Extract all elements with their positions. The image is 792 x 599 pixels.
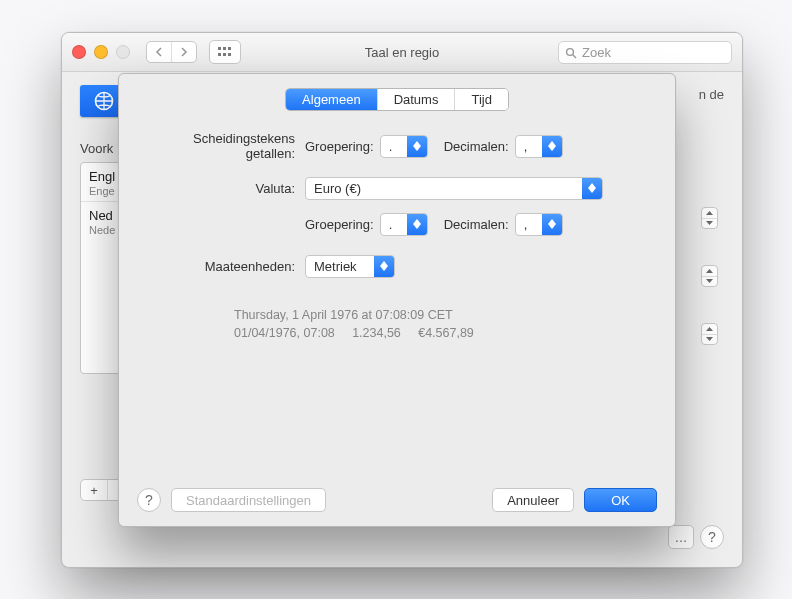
zoom-window-button[interactable] — [116, 45, 130, 59]
window-controls — [72, 45, 130, 59]
preview-line-1: Thursday, 1 April 1976 at 07:08:09 CET — [234, 306, 675, 324]
number-decimals-popup[interactable]: , — [515, 135, 563, 158]
search-field[interactable]: Zoek — [558, 41, 732, 64]
tabs: Algemeen Datums Tijd — [119, 88, 675, 111]
svg-rect-4 — [223, 53, 226, 56]
chevron-updown-icon — [542, 214, 562, 235]
stepper[interactable] — [701, 323, 718, 345]
tab-dates[interactable]: Datums — [377, 89, 455, 110]
sheet-footer: ? Standaardinstellingen Annuleer OK — [119, 488, 675, 512]
svg-rect-2 — [228, 47, 231, 50]
stepper[interactable] — [701, 207, 718, 229]
ok-button[interactable]: OK — [584, 488, 657, 512]
currency-decimals-label: Decimalen: — [444, 217, 509, 232]
units-label: Maateenheden: — [145, 259, 295, 274]
back-button[interactable] — [147, 42, 171, 62]
units-popup[interactable]: Metriek — [305, 255, 395, 278]
tab-time[interactable]: Tijd — [454, 89, 507, 110]
number-grouping-popup[interactable]: . — [380, 135, 428, 158]
search-icon — [565, 47, 577, 59]
cancel-button[interactable]: Annuleer — [492, 488, 574, 512]
form-area: Scheidingstekens getallen: Groepering: .… — [119, 134, 675, 290]
chevron-updown-icon — [407, 136, 427, 157]
titlebar: Taal en regio Zoek — [62, 33, 742, 72]
currency-popup[interactable]: Euro (€) — [305, 177, 603, 200]
chevron-updown-icon — [407, 214, 427, 235]
nav-back-forward — [146, 41, 197, 63]
decimals-label: Decimalen: — [444, 139, 509, 154]
add-button[interactable]: + — [81, 480, 107, 500]
svg-rect-1 — [223, 47, 226, 50]
svg-line-7 — [573, 54, 576, 57]
forward-button[interactable] — [171, 42, 196, 62]
preview-block: Thursday, 1 April 1976 at 07:08:09 CET 0… — [119, 306, 675, 342]
stepper[interactable] — [701, 265, 718, 287]
chevron-updown-icon — [542, 136, 562, 157]
help-button[interactable]: ? — [700, 525, 724, 549]
advanced-sheet: Algemeen Datums Tijd Scheidingstekens ge… — [118, 73, 676, 527]
number-separators-label: Scheidingstekens getallen: — [145, 131, 295, 161]
header-text-fragment: n de — [699, 87, 724, 102]
svg-point-6 — [567, 48, 574, 55]
currency-decimals-popup[interactable]: , — [515, 213, 563, 236]
currency-grouping-label: Groepering: — [305, 217, 374, 232]
search-placeholder: Zoek — [582, 45, 611, 60]
grouping-label: Groepering: — [305, 139, 374, 154]
chevron-updown-icon — [582, 178, 602, 199]
chevron-updown-icon — [374, 256, 394, 277]
defaults-button[interactable]: Standaardinstellingen — [171, 488, 326, 512]
advanced-button[interactable]: … — [668, 525, 694, 549]
close-window-button[interactable] — [72, 45, 86, 59]
show-all-button[interactable] — [209, 40, 241, 64]
svg-rect-3 — [218, 53, 221, 56]
currency-label: Valuta: — [145, 181, 295, 196]
currency-grouping-popup[interactable]: . — [380, 213, 428, 236]
svg-rect-5 — [228, 53, 231, 56]
preview-line-2: 01/04/1976, 07:08 1.234,56 €4.567,89 — [234, 324, 675, 342]
help-button[interactable]: ? — [137, 488, 161, 512]
tab-general[interactable]: Algemeen — [286, 89, 377, 110]
svg-rect-0 — [218, 47, 221, 50]
minimize-window-button[interactable] — [94, 45, 108, 59]
